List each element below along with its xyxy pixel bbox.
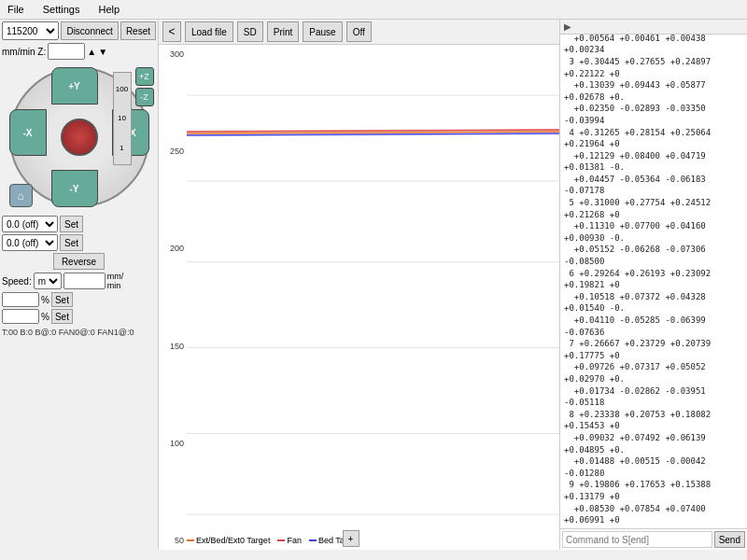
chart-svg xyxy=(187,45,559,550)
console-line: +0.12129 +0.08400 +0.04719 +0.01381 -0. xyxy=(564,150,743,174)
fan-status: T:00 B:0 B@:0 FAN0@:0 FAN1@:0 xyxy=(2,328,156,337)
jog-y-minus-button[interactable]: -Y xyxy=(51,170,98,207)
menu-file[interactable]: File xyxy=(4,2,28,17)
reverse-button[interactable]: Reverse xyxy=(53,253,105,270)
mid-toolbar: < Load file SD Print Pause Off xyxy=(159,20,559,45)
connection-row: 115200 Disconnect Reset xyxy=(2,21,156,40)
speed-mmmin-label: mm/min xyxy=(107,272,124,290)
reset-button[interactable]: Reset xyxy=(120,21,156,40)
pct2-row: 100 % Set xyxy=(2,309,156,324)
legend-fan: Fan xyxy=(277,536,302,545)
y-label-100: 100 xyxy=(159,439,184,448)
console-line: +0.09726 +0.07317 +0.05052 +0.02970 +0. xyxy=(564,361,743,385)
y-label-200: 200 xyxy=(159,244,184,253)
legend-ext-dot xyxy=(187,539,194,541)
speed-row: Speed: mm @ 100,0 mm/min xyxy=(2,272,156,290)
jog-y-plus-button[interactable]: +Y xyxy=(51,67,98,105)
step-indicator: 100 10 1 xyxy=(113,72,132,165)
console-line: +0.13039 +0.09443 +0.05877 +0.02678 +0. xyxy=(564,79,743,103)
console-input-row: Send xyxy=(560,528,747,550)
mmmin-arrow-down[interactable]: ▼ xyxy=(98,47,107,57)
console-line: +0.01734 -0.02862 -0.03951 -0.05118 xyxy=(564,385,743,409)
console-line: +0.02350 -0.02893 -0.03350 -0.03994 xyxy=(564,103,743,126)
legend-fan-label: Fan xyxy=(287,536,302,545)
console-line: 8 +0.23338 +0.20753 +0.18082 +0.15453 +0 xyxy=(564,409,743,432)
console-line: +0.05152 -0.06268 -0.07306 -0.08500 xyxy=(564,244,743,267)
middle-panel: < Load file SD Print Pause Off 300 250 2… xyxy=(159,20,560,550)
z-minus-button[interactable]: -Z xyxy=(135,88,154,106)
jog-x-minus-button[interactable]: -X xyxy=(9,109,47,156)
menu-help[interactable]: Help xyxy=(94,2,123,17)
step-10[interactable]: 10 xyxy=(118,114,126,122)
home-button[interactable]: ⌂ xyxy=(9,184,33,207)
mmmin-row: mm/min Z: 100 ▲ ▼ xyxy=(2,43,156,60)
menu-bar: File Settings Help xyxy=(0,0,747,20)
mmmin-input[interactable]: 100 xyxy=(48,43,85,60)
speed-value-input[interactable]: 100,0 xyxy=(63,273,106,289)
z-plus-button[interactable]: +Z xyxy=(135,67,154,86)
pause-button[interactable]: Pause xyxy=(303,21,342,42)
disconnect-button[interactable]: Disconnect xyxy=(61,21,118,40)
mmmin-arrow-up[interactable]: ▲ xyxy=(87,47,96,57)
ext1-row: 0.0 (off) Set xyxy=(2,234,156,251)
load-file-button[interactable]: Load file xyxy=(185,21,233,42)
jog-center-button[interactable] xyxy=(61,119,98,156)
console-header: ▶ xyxy=(560,20,747,35)
print-button[interactable]: Print xyxy=(267,21,300,42)
right-panel: ▶ Connecting...Printer is now online.>>>… xyxy=(560,20,747,550)
ext1-set-button[interactable]: Set xyxy=(60,234,83,251)
pct1-set-button[interactable]: Set xyxy=(51,292,73,307)
legend-ext: Ext/Bed/Ext0 Target xyxy=(187,536,270,545)
step-1[interactable]: 1 xyxy=(120,144,123,152)
add-chart-button[interactable]: + xyxy=(343,530,359,547)
console-line: +0.09032 +0.07492 +0.06139 +0.04895 +0. xyxy=(564,432,743,455)
y-label-150: 150 xyxy=(159,342,184,351)
y-label-300: 300 xyxy=(159,49,184,59)
console-line: +0.04457 -0.05364 -0.06183 -0.07178 xyxy=(564,174,743,197)
console-output: Connecting...Printer is now online.>>> g… xyxy=(560,35,747,528)
pct2-set-button[interactable]: Set xyxy=(51,309,73,324)
speed-unit-select[interactable]: mm @ xyxy=(34,273,62,289)
console-send-button[interactable]: Send xyxy=(714,531,745,548)
y-label-50: 50 xyxy=(159,536,184,545)
reverse-row: Reverse xyxy=(2,253,156,270)
console-input[interactable] xyxy=(562,531,712,548)
legend-bed-dot xyxy=(309,539,317,541)
console-line: +0.11310 +0.07700 +0.04160 +0.00930 -0. xyxy=(564,220,743,244)
step-100[interactable]: 100 xyxy=(116,85,128,93)
console-line: +0.10518 +0.07372 +0.04328 +0.01540 -0. xyxy=(564,291,743,315)
console-line: +0.04110 -0.05285 -0.06399 -0.07636 xyxy=(564,315,743,338)
console-arrow: ▶ xyxy=(564,21,571,32)
speed-label: Speed: xyxy=(2,276,32,287)
pct1-input[interactable]: 100 xyxy=(2,292,39,307)
pct2-input[interactable]: 100 xyxy=(2,309,39,324)
legend-ext-label: Ext/Bed/Ext0 Target xyxy=(196,536,270,545)
console-line: +0.01488 +0.00515 -0.00042 -0.01280 xyxy=(564,455,743,479)
jog-area: 100 10 +Y -Y -X +X ⌂ +Z -Z 100 10 1 xyxy=(5,63,154,212)
pct2-label: % xyxy=(41,312,49,322)
off-button[interactable]: Off xyxy=(346,21,372,42)
ext0-row: 0.0 (off) Set xyxy=(2,216,156,232)
pct1-label: % xyxy=(41,295,49,305)
nav-back-button[interactable]: < xyxy=(162,21,181,42)
legend-fan-dot xyxy=(277,539,285,541)
ext0-select[interactable]: 0.0 (off) xyxy=(2,216,58,232)
y-label-250: 250 xyxy=(159,147,184,156)
console-line: 7 +0.26667 +0.23729 +0.20739 +0.17775 +0 xyxy=(564,338,743,361)
baud-select[interactable]: 115200 xyxy=(2,21,59,40)
chart-legend: Ext/Bed/Ext0 Target Fan Bed Target xyxy=(187,536,359,545)
mmmin-label: mm/min Z: xyxy=(2,47,46,57)
sd-button[interactable]: SD xyxy=(237,21,263,42)
left-panel: 115200 Disconnect Reset mm/min Z: 100 ▲ … xyxy=(0,20,159,550)
console-line: +0.00564 +0.00461 +0.00438 +0.00234 xyxy=(564,35,743,56)
console-line: 5 +0.31000 +0.27754 +0.24512 +0.21268 +0 xyxy=(564,197,743,220)
y-axis-labels: 300 250 200 150 100 50 xyxy=(159,45,187,550)
console-line: 3 +0.30445 +0.27655 +0.24897 +0.22122 +0 xyxy=(564,56,743,79)
menu-settings[interactable]: Settings xyxy=(39,2,84,17)
console-line: 9 +0.19806 +0.17653 +0.15388 +0.13179 +0 xyxy=(564,479,743,502)
ext1-select[interactable]: 0.0 (off) xyxy=(2,234,58,251)
ext0-set-button[interactable]: Set xyxy=(60,216,83,232)
z-panel: +Z -Z xyxy=(135,67,154,106)
main-layout: 115200 Disconnect Reset mm/min Z: 100 ▲ … xyxy=(0,20,747,550)
console-line: 4 +0.31265 +0.28154 +0.25064 +0.21964 +0 xyxy=(564,127,743,150)
